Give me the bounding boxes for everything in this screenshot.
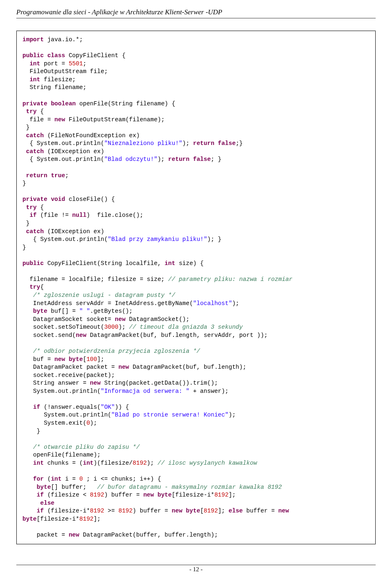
code-listing: import java.io.*; public class CopyFileC… xyxy=(16,31,376,544)
footer-divider xyxy=(16,565,376,565)
header-divider xyxy=(16,18,376,18)
page-footer: - 12 - xyxy=(16,565,376,573)
page-number: - 12 - xyxy=(16,566,376,573)
document-page: Programowanie dla sieci - Aplikacje w Ar… xyxy=(0,0,392,581)
page-header-title: Programowanie dla sieci - Aplikacje w Ar… xyxy=(16,8,376,16)
